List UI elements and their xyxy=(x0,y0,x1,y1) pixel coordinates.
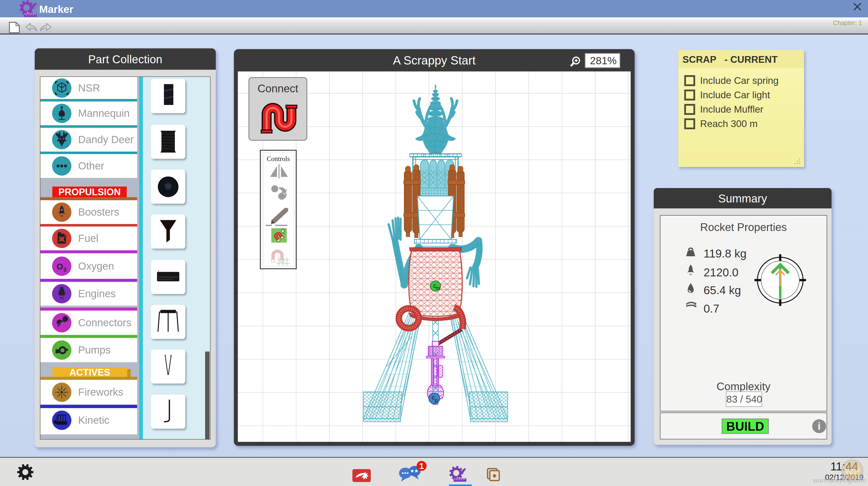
svg-text:O: O xyxy=(57,262,63,271)
svg-text:c: c xyxy=(432,394,435,401)
svg-text:1: 1 xyxy=(420,461,424,470)
svg-text:p: p xyxy=(435,397,437,403)
svg-text:2: 2 xyxy=(63,267,66,273)
svg-text:m: m xyxy=(436,285,440,291)
svg-text:worthplaying.com: worthplaying.com xyxy=(813,477,866,484)
svg-text:WP: WP xyxy=(844,466,860,477)
